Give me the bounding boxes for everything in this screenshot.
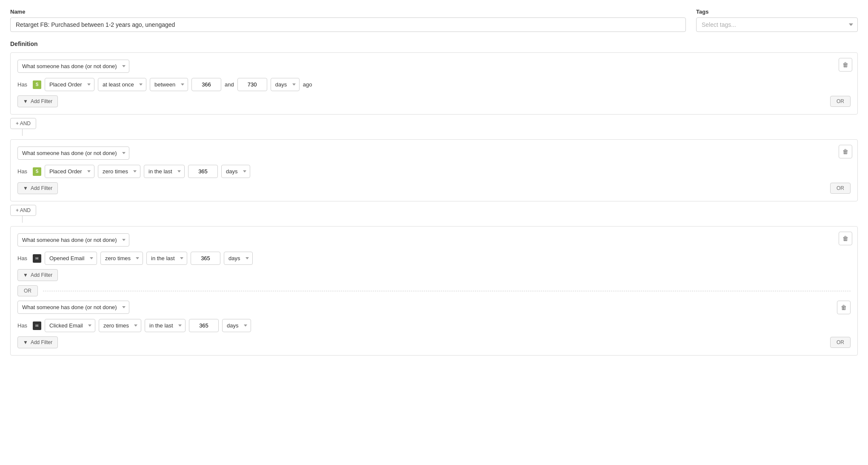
and-connector-1: + AND (10, 118, 858, 136)
filter-icon-4: ▼ (23, 339, 28, 345)
delete-block-2-button[interactable]: 🗑 (839, 145, 852, 158)
tags-label: Tags (696, 9, 858, 15)
time-filter-select-2[interactable]: in the last (144, 165, 185, 178)
delete-block-3-button[interactable]: 🗑 (839, 232, 852, 245)
and-line-2 (22, 216, 23, 223)
condition-type-select-1[interactable]: What someone has done (or not done) (17, 60, 129, 73)
filter-icon-3: ▼ (23, 272, 28, 278)
and-button-1[interactable]: + AND (10, 118, 36, 129)
value1-input-3[interactable] (191, 252, 220, 265)
has-label-4: Has (17, 322, 29, 329)
condition-block-1: 🗑 What someone has done (or not done) Ha… (10, 52, 858, 115)
filter-icon-1: ▼ (23, 98, 28, 104)
trash-icon-2: 🗑 (842, 148, 848, 155)
unit-select-1[interactable]: days (271, 78, 300, 91)
shopify-icon-1: S (33, 80, 41, 89)
condition-row-2: Has S Placed Order zero times in the las… (17, 165, 851, 178)
tags-section: Tags Select tags... (696, 9, 858, 32)
add-filter-button-4[interactable]: ▼ Add Filter (17, 336, 58, 348)
email-icon-4: ✉ (33, 321, 41, 330)
condition-block-3: 🗑 What someone has done (or not done) Ha… (10, 226, 858, 356)
condition-type-select-4[interactable]: What someone has done (or not done) (17, 301, 129, 314)
condition-row-1: Has S Placed Order at least once between… (17, 78, 851, 91)
add-filter-button-3[interactable]: ▼ Add Filter (17, 269, 58, 281)
frequency-select-2[interactable]: zero times (98, 165, 140, 178)
name-section: Name (10, 9, 686, 32)
ago-label-1: ago (303, 81, 312, 88)
condition-type-select-3[interactable]: What someone has done (or not done) (17, 233, 129, 247)
event-select-1[interactable]: Placed Order (45, 78, 94, 91)
and-line-1 (22, 129, 23, 136)
filter-icon-2: ▼ (23, 185, 28, 191)
trash-icon-3: 🗑 (842, 235, 848, 242)
unit-select-3[interactable]: days (224, 252, 253, 265)
frequency-select-1[interactable]: at least once (98, 78, 146, 91)
unit-select-2[interactable]: days (221, 165, 250, 178)
has-label-3: Has (17, 255, 29, 261)
has-label-1: Has (17, 81, 29, 88)
tags-select[interactable]: Select tags... (696, 17, 858, 32)
and-connector-2: + AND (10, 205, 858, 223)
shopify-icon-2: S (33, 167, 41, 176)
add-filter-label-4: Add Filter (31, 339, 52, 345)
or-button-3[interactable]: OR (17, 285, 38, 296)
event-select-2[interactable]: Placed Order (45, 165, 94, 178)
frequency-select-3[interactable]: zero times (100, 252, 143, 265)
or-button-1[interactable]: OR (830, 96, 851, 107)
delete-block-1-button[interactable]: 🗑 (839, 58, 852, 72)
and-button-2[interactable]: + AND (10, 205, 36, 216)
condition-type-row-2: What someone has done (or not done) (17, 146, 851, 160)
value1-input-1[interactable] (191, 78, 221, 91)
event-select-4[interactable]: Clicked Email (45, 319, 95, 332)
delete-block-4-button[interactable]: 🗑 (837, 301, 851, 314)
condition-type-row-3: What someone has done (or not done) (17, 233, 851, 247)
add-filter-label-2: Add Filter (31, 185, 52, 191)
top-row: Name Tags Select tags... (10, 9, 858, 32)
or-button-2[interactable]: OR (830, 183, 851, 194)
add-filter-label-1: Add Filter (31, 98, 52, 104)
trash-icon-1: 🗑 (842, 61, 848, 68)
add-filter-button-2[interactable]: ▼ Add Filter (17, 182, 58, 194)
time-filter-select-3[interactable]: in the last (146, 252, 187, 265)
or-dashed-line (43, 291, 851, 291)
trash-icon-4: 🗑 (841, 304, 847, 311)
email-icon-3: ✉ (33, 254, 41, 263)
condition-type-select-2[interactable]: What someone has done (or not done) (17, 146, 129, 160)
name-label: Name (10, 9, 686, 15)
time-filter-select-4[interactable]: in the last (145, 319, 186, 332)
frequency-select-4[interactable]: zero times (99, 319, 141, 332)
condition-row-3: Has ✉ Opened Email zero times in the las… (17, 252, 851, 265)
condition-type-row-1: What someone has done (or not done) (17, 60, 851, 73)
condition-row-4: Has ✉ Clicked Email zero times in the la… (17, 319, 851, 332)
time-filter-select-1[interactable]: between (150, 78, 188, 91)
event-select-3[interactable]: Opened Email (45, 252, 97, 265)
name-input[interactable] (10, 17, 686, 32)
value1-input-2[interactable] (188, 165, 218, 178)
unit-select-4[interactable]: days (222, 319, 251, 332)
definition-label: Definition (10, 40, 858, 47)
and-label-1: and (225, 81, 234, 88)
has-label-2: Has (17, 168, 29, 175)
or-button-4[interactable]: OR (830, 337, 851, 348)
value1-input-4[interactable] (189, 319, 219, 332)
or-divider-area: OR (17, 285, 851, 296)
add-filter-label-3: Add Filter (31, 272, 52, 278)
value2-input-1[interactable] (237, 78, 267, 91)
add-filter-button-1[interactable]: ▼ Add Filter (17, 95, 58, 107)
condition-type-row-4: What someone has done (or not done) 🗑 (17, 301, 851, 314)
condition-block-2: 🗑 What someone has done (or not done) Ha… (10, 139, 858, 201)
